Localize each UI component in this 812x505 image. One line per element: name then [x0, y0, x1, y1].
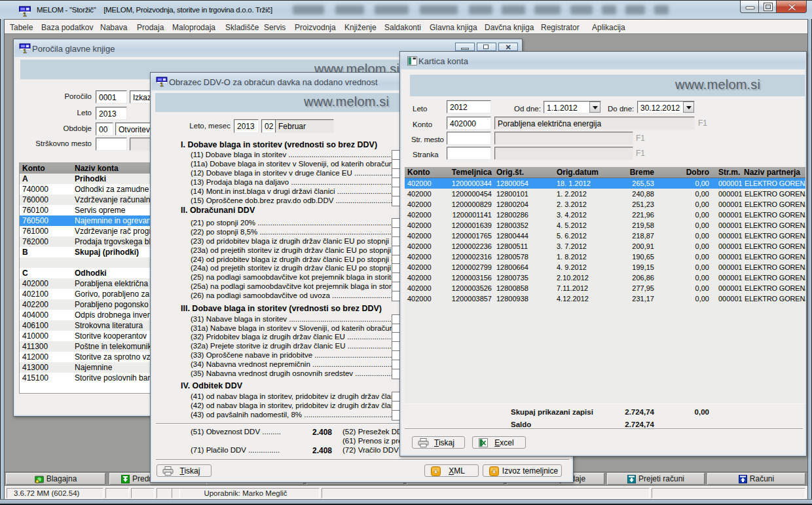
svg-text:1: 1	[160, 81, 164, 87]
svg-text:1: 1	[24, 48, 27, 54]
svg-text:1: 1	[23, 10, 26, 17]
